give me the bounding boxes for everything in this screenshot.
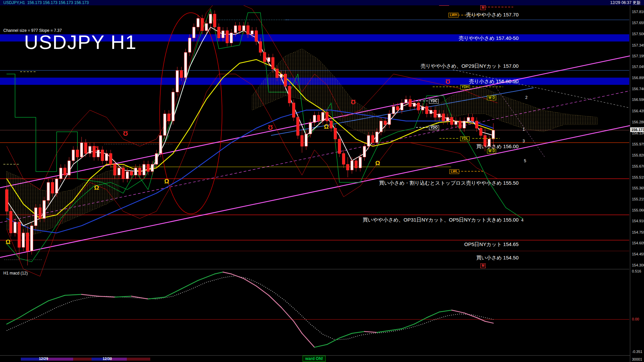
price-tick-label: 156.280	[632, 120, 644, 124]
macd-main-line	[48, 295, 65, 301]
price-tick-label: 155.820	[632, 153, 644, 157]
macd-main-line	[115, 296, 131, 297]
macd-main-line	[198, 274, 215, 280]
macd-main-line	[148, 297, 165, 299]
macd-main-line	[165, 289, 181, 297]
session-color-segment	[127, 358, 150, 361]
candle-body	[263, 52, 266, 62]
macd-zero-label: 0.00	[632, 317, 639, 321]
macd-min-label: -0.351	[632, 350, 642, 354]
candle-body	[384, 121, 386, 125]
candle-body	[151, 164, 154, 172]
session-color-segment	[110, 358, 127, 361]
candle-body	[313, 115, 316, 123]
candle-body	[292, 103, 295, 117]
ward-on-button[interactable]: ward ON!	[303, 356, 326, 362]
candle-body	[217, 27, 220, 38]
candle-body	[272, 57, 274, 69]
price-annotation: 売りやや小さめ 157.40-50	[459, 35, 519, 42]
chart-watermark: USDJPY H1	[24, 31, 137, 53]
candle-body	[259, 42, 262, 52]
candle-body	[18, 222, 20, 247]
price-tick-label: 156.435	[632, 109, 644, 113]
price-tick-label: 155.515	[632, 175, 644, 179]
signal-marker-bottom-icon: Ω	[324, 123, 329, 130]
candle-body	[113, 164, 116, 175]
candle-body	[463, 121, 466, 128]
macd-count-label: 30001	[632, 357, 642, 361]
candle-body	[234, 25, 237, 33]
candle-body	[371, 135, 374, 143]
candle-body	[209, 14, 212, 23]
signal-marker-bottom-icon: Ω	[164, 178, 169, 185]
candle-body	[396, 107, 399, 110]
candle-body	[475, 121, 478, 128]
candle-body	[288, 86, 291, 103]
candle-body	[9, 211, 12, 233]
candle-body	[147, 164, 150, 172]
price-tick-label: 157.500	[632, 32, 644, 36]
candle-body	[109, 154, 112, 164]
candle-body	[184, 52, 187, 77]
candle-body	[454, 121, 457, 125]
candle-body	[492, 130, 495, 139]
candle-body	[417, 103, 420, 110]
candle-body	[297, 117, 299, 135]
candle-body	[251, 31, 254, 35]
candle-body	[330, 121, 332, 128]
candle-body	[68, 161, 70, 175]
macd-main-line	[364, 331, 377, 333]
macd-main-line	[32, 301, 48, 310]
candle-body	[59, 168, 62, 179]
price-tick-label: 157.195	[632, 54, 644, 58]
macd-main-line	[302, 334, 314, 348]
session-color-segment	[47, 358, 73, 361]
candle-body	[122, 168, 124, 179]
candle-body	[201, 18, 204, 31]
candle-body	[388, 114, 391, 124]
macd-main-line	[231, 274, 244, 279]
candle-body	[39, 208, 41, 219]
macd-main-line	[389, 329, 402, 331]
macd-main-line	[352, 331, 364, 334]
macd-main-line	[294, 321, 302, 334]
candle-body	[301, 135, 303, 146]
price-tick-label: 154.755	[632, 230, 644, 234]
signal-marker-bottom-icon: Ω	[6, 239, 10, 245]
price-tick-label: 157.045	[632, 65, 644, 69]
window-title-bar: USDJPY,H1 156.173 156.173 156.173 156.17…	[0, 0, 644, 5]
candle-body	[334, 128, 337, 139]
macd-main-line	[98, 296, 115, 297]
candle-body	[193, 27, 195, 38]
signal-marker-bottom-icon: Ω	[94, 184, 99, 191]
macd-signal-line	[7, 276, 493, 340]
candle-body	[126, 172, 129, 179]
candle-body	[438, 114, 441, 117]
candle-body	[346, 164, 349, 170]
macd-main-line	[402, 324, 414, 329]
candle-body	[317, 115, 320, 121]
price-tick-label: 157.345	[632, 43, 644, 47]
macd-main-line	[131, 296, 148, 299]
candle-body	[359, 157, 362, 168]
candle-body	[305, 134, 308, 146]
candle-body	[89, 146, 91, 154]
candle-body	[467, 117, 470, 121]
candle-body	[267, 57, 270, 62]
macd-main-line	[464, 313, 477, 318]
candle-body	[30, 226, 33, 251]
price-annotation: 売りやや小さめ 157.70	[466, 12, 519, 18]
price-annotation: OP5日NYカット 154.65	[464, 241, 519, 248]
candle-body	[338, 139, 341, 154]
macd-indicator-title: H1 macd (12)	[3, 271, 28, 276]
price-tick-label: 154.300	[632, 263, 644, 267]
price-axis[interactable]: 157.810157.655157.500157.345157.195157.0…	[630, 5, 644, 362]
macd-main-line	[82, 294, 98, 296]
candle-body	[309, 122, 312, 134]
chart-canvas[interactable]: ΩΩΩΩΩΩΩΩΩΩ	[0, 0, 644, 362]
candle-body	[72, 150, 74, 161]
candle-body	[101, 150, 104, 161]
candle-body	[409, 99, 412, 107]
candle-body	[80, 143, 83, 157]
macd-main-line	[269, 295, 281, 307]
